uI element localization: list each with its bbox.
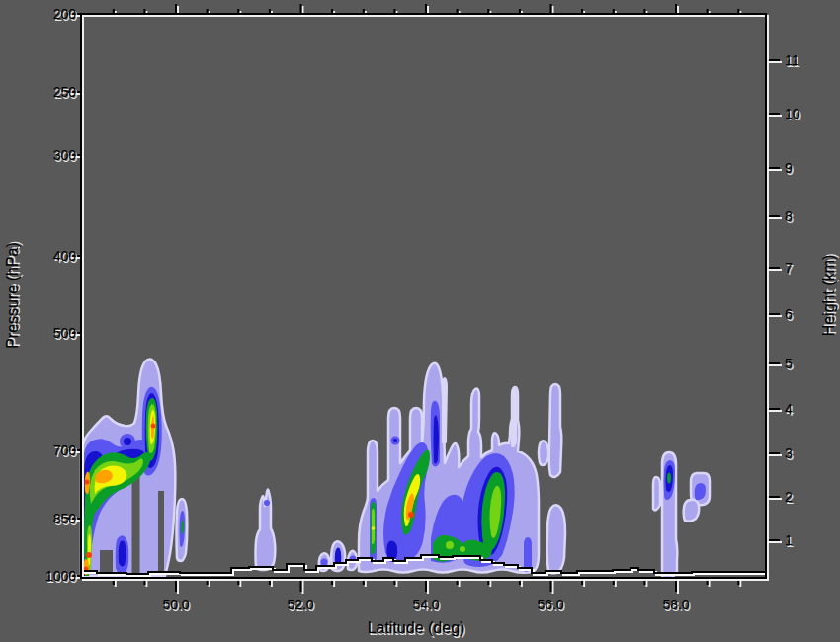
plot-canvas bbox=[0, 0, 840, 642]
y-right-axis-title: Height (km) bbox=[820, 211, 838, 379]
y-left-axis-title: Pressure (hPa) bbox=[4, 211, 22, 379]
pressure-tick-label: 300 bbox=[31, 147, 76, 163]
pressure-tick-label: 1000 bbox=[31, 568, 76, 584]
height-tick-label: 9 bbox=[785, 160, 818, 176]
pressure-tick-label: 400 bbox=[31, 248, 76, 264]
height-tick-label: 7 bbox=[785, 260, 818, 276]
height-tick-label: 6 bbox=[785, 306, 818, 322]
height-tick-label: 2 bbox=[785, 489, 818, 505]
height-tick-label: 1 bbox=[785, 532, 818, 548]
latitude-tick-label: 58.0 bbox=[646, 597, 706, 612]
pressure-tick-label: 200 bbox=[31, 6, 76, 22]
height-tick-label: 3 bbox=[785, 445, 818, 461]
pressure-tick-label: 700 bbox=[31, 442, 76, 458]
height-tick-label: 11 bbox=[785, 52, 818, 68]
latitude-tick-label: 56.0 bbox=[521, 597, 580, 612]
pressure-tick-label: 500 bbox=[31, 325, 76, 341]
plot-figure: 200 250 300 400 500 700 850 1000 11 10 9… bbox=[0, 0, 840, 642]
height-tick-label: 4 bbox=[785, 401, 818, 417]
pressure-tick-label: 850 bbox=[31, 511, 76, 526]
latitude-tick-label: 52.0 bbox=[271, 597, 330, 612]
latitude-tick-label: 50.0 bbox=[146, 597, 206, 612]
pressure-tick-label: 250 bbox=[31, 84, 76, 100]
latitude-tick-label: 54.0 bbox=[396, 597, 456, 612]
x-axis-title: Latitude (deg) bbox=[327, 619, 505, 637]
height-tick-label: 10 bbox=[785, 106, 818, 121]
height-tick-label: 5 bbox=[785, 356, 818, 371]
height-tick-label: 8 bbox=[785, 208, 818, 224]
